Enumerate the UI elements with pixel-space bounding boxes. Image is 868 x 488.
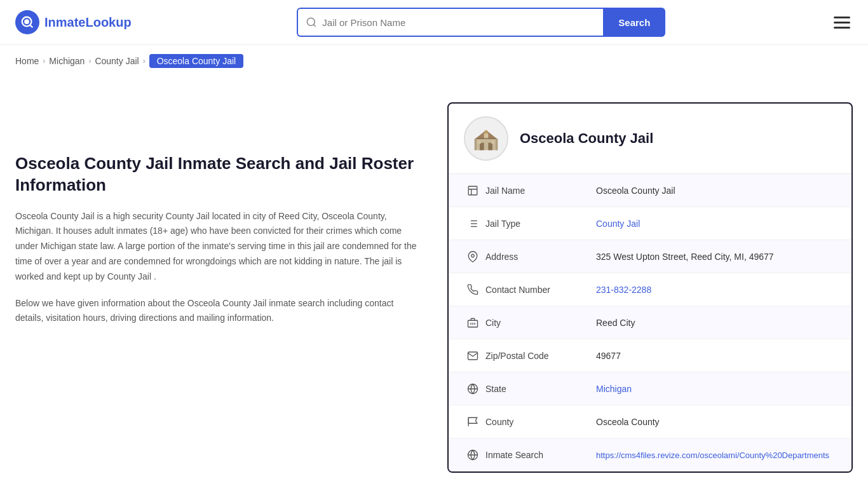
- jail-type-value: County Jail: [596, 219, 836, 229]
- location-icon: [464, 251, 482, 262]
- breadcrumb-home[interactable]: Home: [15, 56, 39, 66]
- globe-icon: [464, 383, 482, 395]
- address-value: 325 West Upton Street, Reed City, MI, 49…: [596, 252, 836, 262]
- county-label: County: [482, 417, 596, 427]
- chevron-icon-3: ›: [143, 57, 146, 65]
- right-panel: Osceola County Jail Jail Name Osceola Co…: [447, 102, 853, 473]
- description-2: Below we have given information about th…: [15, 296, 422, 327]
- building-icon: [464, 185, 482, 196]
- jail-avatar: [464, 116, 508, 161]
- chevron-icon-1: ›: [43, 57, 45, 65]
- info-row-city: City Reed City: [449, 306, 851, 339]
- svg-point-21: [471, 254, 475, 257]
- info-card-header: Osceola County Jail: [449, 104, 851, 174]
- search-input-wrapper: [297, 8, 603, 37]
- jail-name-label: Jail Name: [482, 186, 596, 196]
- list-icon: [464, 218, 482, 229]
- breadcrumb-county-jail[interactable]: County Jail: [95, 56, 139, 66]
- state-link[interactable]: Michigan: [596, 384, 632, 394]
- main-content: Osceola County Jail Inmate Search and Ja…: [0, 77, 868, 488]
- search-button[interactable]: Search: [603, 8, 665, 37]
- svg-point-2: [308, 18, 315, 25]
- info-row-jail-name: Jail Name Osceola County Jail: [449, 174, 851, 207]
- info-row-state: State Michigan: [449, 372, 851, 405]
- info-row-jail-type: Jail Type County Jail: [449, 207, 851, 240]
- logo-text: InmateLookup: [44, 15, 132, 30]
- mail-icon: [464, 350, 482, 362]
- phone-icon: [464, 284, 482, 295]
- svg-rect-5: [488, 143, 492, 151]
- svg-rect-12: [475, 139, 477, 150]
- hamburger-line-2: [834, 22, 850, 24]
- svg-rect-13: [496, 139, 498, 150]
- left-panel: Osceola County Jail Inmate Search and Ja…: [15, 102, 422, 473]
- search-input[interactable]: [322, 17, 595, 28]
- city-value: Reed City: [596, 318, 836, 328]
- hamburger-menu[interactable]: [831, 14, 853, 31]
- breadcrumb-current: Osceola County Jail: [149, 54, 244, 68]
- info-row-address: Address 325 West Upton Street, Reed City…: [449, 240, 851, 273]
- zip-label: Zip/Postal Code: [482, 351, 596, 361]
- contact-value: 231-832-2288: [596, 285, 836, 295]
- breadcrumb-michigan[interactable]: Michigan: [49, 56, 85, 66]
- city-label: City: [482, 318, 596, 328]
- svg-rect-9: [484, 133, 489, 139]
- city-icon: [464, 317, 482, 329]
- county-value: Osceola County: [596, 417, 836, 427]
- svg-point-10: [485, 130, 488, 133]
- hamburger-line-3: [834, 27, 850, 29]
- info-row-zip: Zip/Postal Code 49677: [449, 339, 851, 372]
- inmate-search-value: https://cms4files.revize.com/osceolami/C…: [596, 450, 836, 460]
- svg-rect-3: [475, 139, 496, 150]
- search-bar: Search: [297, 8, 665, 37]
- zip-value: 49677: [596, 351, 836, 361]
- jail-name-value: Osceola County Jail: [596, 186, 836, 196]
- flag-icon: [464, 416, 482, 428]
- breadcrumb: Home › Michigan › County Jail › Osceola …: [0, 45, 868, 77]
- state-label: State: [482, 384, 596, 394]
- jail-building-image: [470, 123, 502, 154]
- inmate-search-link[interactable]: https://cms4files.revize.com/osceolami/C…: [596, 451, 829, 460]
- contact-label: Contact Number: [482, 285, 596, 295]
- logo[interactable]: InmateLookup: [15, 10, 132, 34]
- chevron-icon-2: ›: [88, 57, 91, 65]
- svg-rect-6: [478, 140, 481, 144]
- hamburger-line-1: [834, 17, 850, 18]
- page-title: Osceola County Jail Inmate Search and Ja…: [15, 153, 422, 196]
- svg-rect-4: [480, 143, 484, 151]
- search-globe-icon: [464, 449, 482, 461]
- description-1: Osceola County Jail is a high security C…: [15, 209, 422, 285]
- jail-type-link[interactable]: County Jail: [596, 219, 640, 229]
- jail-type-label: Jail Type: [482, 219, 596, 229]
- contact-link[interactable]: 231-832-2288: [596, 285, 651, 295]
- info-card-title: Osceola County Jail: [520, 130, 653, 147]
- info-row-contact: Contact Number 231-832-2288: [449, 273, 851, 306]
- info-card: Osceola County Jail Jail Name Osceola Co…: [447, 102, 853, 473]
- svg-rect-7: [491, 140, 494, 144]
- inmate-search-label: Inmate Search: [482, 450, 596, 460]
- svg-point-1: [25, 20, 29, 23]
- header: InmateLookup Search: [0, 0, 868, 45]
- info-table: Jail Name Osceola County Jail: [449, 174, 851, 471]
- logo-icon: [15, 10, 39, 34]
- search-icon: [306, 17, 317, 28]
- state-value: Michigan: [596, 384, 836, 394]
- svg-rect-14: [468, 186, 477, 195]
- address-label: Address: [482, 252, 596, 262]
- info-row-county: County Osceola County: [449, 405, 851, 438]
- info-row-inmate-search: Inmate Search https://cms4files.revize.c…: [449, 438, 851, 471]
